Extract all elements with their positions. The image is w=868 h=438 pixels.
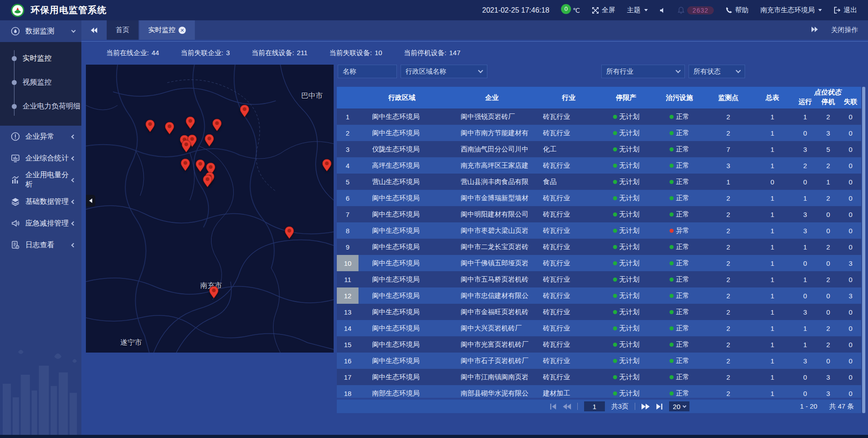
table-row[interactable]: 11阆中生态环境局阆中市五马桥页岩机砖砖瓦行业无计划正常21120 xyxy=(337,271,861,287)
map-pin-8[interactable] xyxy=(181,140,191,153)
table-row[interactable]: 10阆中生态环境局阆中千佛镇五郎垭页岩砖瓦行业无计划正常21003 xyxy=(337,255,861,271)
map-pin-17[interactable] xyxy=(209,286,219,299)
cell-disconnected: 0 xyxy=(840,271,861,287)
table-row[interactable]: 3仪陇生态环境局西南油气田分公司川中化工无计划正常71350 xyxy=(337,141,861,157)
sidebar-group-6[interactable]: 应急减排管理 xyxy=(0,212,81,234)
app-root: 环保用电监管系统 2021-02-25 17:46:18 0 ℃ 全屏 主题 xyxy=(0,0,868,438)
treatment-label: 正常 xyxy=(676,308,689,316)
top-header: 环保用电监管系统 2021-02-25 17:46:18 0 ℃ 全屏 主题 xyxy=(0,0,868,20)
limit-label: 无计划 xyxy=(619,243,640,251)
table-row[interactable]: 16阆中生态环境局阆中市石子页岩机砖厂砖瓦行业无计划正常21300 xyxy=(337,353,861,369)
cell-treatment-facility: 正常 xyxy=(653,190,706,206)
treatment-label: 正常 xyxy=(676,129,689,137)
row-number: 16 xyxy=(337,353,359,369)
logout-button[interactable]: 退出 xyxy=(834,6,857,14)
cell-running: 0 xyxy=(794,174,816,190)
tab-实时监控[interactable]: 实时监控✕ xyxy=(139,20,195,40)
first-page-button[interactable] xyxy=(550,404,557,410)
cell-treatment-facility: 正常 xyxy=(653,125,706,141)
map-pin-10[interactable] xyxy=(180,158,190,172)
map-pin-9[interactable] xyxy=(204,134,214,147)
cell-stopped: 2 xyxy=(816,108,840,125)
map-pin-15[interactable] xyxy=(322,159,332,172)
name-search-input[interactable]: 名称 xyxy=(338,65,397,78)
status-select[interactable]: 所有状态 xyxy=(689,65,745,78)
table-row[interactable]: 4高坪生态环境局南充市高坪区王家店建砖瓦行业无计划正常31220 xyxy=(337,157,861,174)
table-row[interactable]: 6阆中生态环境局阆中市金博瑞新型墙材砖瓦行业无计划正常21120 xyxy=(337,190,861,206)
sidebar-item-实时监控[interactable]: 实时监控 xyxy=(0,47,81,71)
last-page-button[interactable] xyxy=(656,404,663,410)
cell-disconnected: 0 xyxy=(840,108,861,125)
page-size-select[interactable]: 20 xyxy=(669,401,689,411)
treatment-label: 正常 xyxy=(676,178,689,186)
map-pin-1[interactable] xyxy=(145,119,155,133)
page-number-input[interactable]: 1 xyxy=(584,401,605,411)
table-row[interactable]: 17阆中生态环境局阆中市江南镇阆南页岩砖瓦行业无计划正常21030 xyxy=(337,369,861,385)
cell-monitor-points: 2 xyxy=(706,369,751,385)
table-row[interactable]: 2阆中生态环境局阆中市南方节能建材有砖瓦行业无计划正常21030 xyxy=(337,125,861,141)
tab-首页[interactable]: 首页 xyxy=(107,20,138,40)
status-dot-green xyxy=(613,326,617,330)
map-pin-16[interactable] xyxy=(284,226,294,240)
close-icon[interactable]: ✕ xyxy=(179,27,186,34)
map-pin-14[interactable] xyxy=(203,174,212,188)
sidebar-group-5[interactable]: 基础数据管理 xyxy=(0,191,81,212)
cell-stopped: 3 xyxy=(816,385,840,398)
table-row[interactable]: 7阆中生态环境局阆中明阳建材有限公司砖瓦行业无计划正常21300 xyxy=(337,206,861,222)
org-dropdown[interactable]: 南充市生态环境局 xyxy=(760,6,822,14)
tabs-scroll-right-button[interactable] xyxy=(811,26,818,34)
table-row[interactable]: 5营山生态环境局营山县润丰肉食品有限食品无计划正常10010 xyxy=(337,174,861,190)
table-row[interactable]: 15阆中生态环境局阆中市光富页岩机砖厂砖瓦行业无计划正常21120 xyxy=(337,336,861,353)
table-row[interactable]: 14阆中生态环境局阆中大兴页岩机砖厂砖瓦行业无计划正常21120 xyxy=(337,320,861,336)
map-collapse-button[interactable] xyxy=(86,195,95,207)
cell-running: 0 xyxy=(794,385,816,398)
tabs-scroll-left-button[interactable] xyxy=(81,20,107,40)
sidebar-group-7[interactable]: 日志查看 xyxy=(0,234,81,256)
cell-treatment-facility: 正常 xyxy=(653,336,706,353)
map-pin-4[interactable] xyxy=(212,118,222,132)
prev-page-button[interactable] xyxy=(563,404,571,410)
cell-limit-production: 无计划 xyxy=(599,255,653,271)
table-row[interactable]: 12阆中生态环境局阆中市忠信建材有限公砖瓦行业无计划正常21003 xyxy=(337,287,861,304)
treatment-label: 正常 xyxy=(676,340,689,349)
sidebar-group-label: 企业用电量分析 xyxy=(25,170,72,189)
row-number: 2 xyxy=(337,125,359,141)
sidebar-group-1[interactable]: 数据监测 xyxy=(0,20,81,42)
map-pin-3[interactable] xyxy=(185,116,195,130)
table-scrollbar[interactable] xyxy=(862,87,865,413)
status-dot-green xyxy=(613,359,617,363)
table-row[interactable]: 18南部生态环境局南部县砌华水泥有限公建材加工无计划正常21030 xyxy=(337,385,861,398)
cell-industry: 砖瓦行业 xyxy=(538,239,599,255)
map-panel[interactable]: 巴中市南充市遂宁市 xyxy=(86,65,334,353)
mute-button[interactable] xyxy=(660,7,666,14)
table-row[interactable]: 1阆中生态环境局阆中强锐页岩砖厂砖瓦行业无计划正常21120 xyxy=(337,108,861,125)
theme-dropdown[interactable]: 主题 xyxy=(627,6,648,14)
sidebar-group-2[interactable]: 企业异常 xyxy=(0,126,81,147)
limit-label: 无计划 xyxy=(619,373,640,381)
notification-bell[interactable]: 2632 xyxy=(678,6,714,14)
region-select[interactable]: 行政区域名称 xyxy=(401,65,487,78)
tab-label: 首页 xyxy=(116,26,129,34)
limit-label: 无计划 xyxy=(619,194,640,203)
fullscreen-button[interactable]: 全屏 xyxy=(592,6,615,14)
col-header-行政区域: 行政区域 xyxy=(359,87,445,108)
table-row[interactable]: 9阆中生态环境局阆中市二龙长宝页岩砖砖瓦行业无计划正常21120 xyxy=(337,239,861,255)
close-operations-button[interactable]: 关闭操作 xyxy=(831,26,858,34)
cell-district: 阆中生态环境局 xyxy=(359,125,445,141)
table-row[interactable]: 13阆中生态环境局阆中市金福旺页岩机砖砖瓦行业无计划正常21300 xyxy=(337,304,861,320)
table-row[interactable]: 8阆中生态环境局阆中市枣碧大梁山页岩砖瓦行业无计划异常21300 xyxy=(337,222,861,239)
sidebar-group-3[interactable]: 企业综合统计 xyxy=(0,147,81,169)
sidebar-group-4[interactable]: 企业用电量分析 xyxy=(0,169,81,191)
map-pin-2[interactable] xyxy=(165,122,175,135)
status-bar: 当前在线企业:44当前失联企业:3当前在线设备:211当前失联设备:10当前停机… xyxy=(81,41,868,65)
sidebar-item-企业电力负荷明细[interactable]: 企业电力负荷明细 xyxy=(0,94,81,118)
row-number: 18 xyxy=(337,385,359,398)
map-pin-11[interactable] xyxy=(195,159,205,173)
status-dot-green xyxy=(670,278,674,282)
next-page-button[interactable] xyxy=(642,404,650,410)
industry-select[interactable]: 所有行业 xyxy=(601,65,685,78)
map-pin-5[interactable] xyxy=(240,104,250,118)
cell-monitor-points: 2 xyxy=(706,336,751,353)
help-button[interactable]: 帮助 xyxy=(726,6,749,14)
sidebar-item-视频监控[interactable]: 视频监控 xyxy=(0,71,81,94)
